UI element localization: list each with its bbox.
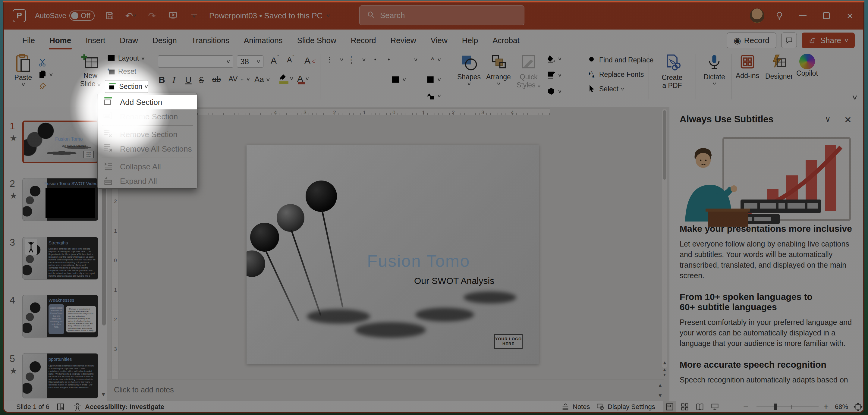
format-painter-button[interactable] [38, 82, 47, 91]
editor-vertical-scrollbar[interactable] [662, 109, 667, 368]
zoom-in-button[interactable]: + [824, 401, 829, 413]
font-name-combobox[interactable]: ∨ [158, 56, 233, 67]
autosave-switch[interactable]: Off [69, 10, 95, 21]
tab-design[interactable]: Design [145, 30, 184, 51]
numbering-button[interactable]: 123 ∨ [350, 55, 366, 64]
powerpoint-logo-icon[interactable]: P [13, 9, 26, 22]
reset-button[interactable]: Reset [107, 67, 136, 76]
zoom-level[interactable]: 68% [835, 401, 848, 413]
shape-effects-button[interactable]: ∨ [547, 87, 561, 96]
collapse-ribbon-icon[interactable]: ∨ [851, 93, 858, 101]
slide-sorter-view-button[interactable] [678, 401, 691, 413]
thumbnail-slide-2[interactable]: Fusion Tomo SWOT Video [22, 178, 98, 221]
addins-button[interactable]: Add-ins [734, 54, 761, 80]
zoom-out-button[interactable]: − [743, 401, 749, 413]
layout-button[interactable]: Layout ∨ [107, 54, 145, 63]
font-size-combobox[interactable]: 38 ∨ [237, 56, 264, 67]
share-button[interactable]: Share ∨ [802, 33, 855, 48]
slide-subtitle-text[interactable]: Our SWOT Analysis [414, 276, 494, 286]
lightbulb-tips-icon[interactable] [771, 7, 788, 24]
align-center-button[interactable] [342, 75, 352, 85]
select-button[interactable]: Select ∨ [588, 85, 624, 93]
paste-button[interactable]: Paste ∨ [10, 54, 36, 87]
reading-view-button[interactable] [693, 401, 707, 413]
underline-button[interactable]: U [185, 75, 192, 85]
notes-scroll-down-icon[interactable]: ▼ [658, 393, 662, 399]
tab-home[interactable]: Home [42, 30, 79, 51]
menu-item-add-section[interactable]: Add Section [98, 95, 197, 109]
bullets-button[interactable]: ∨ [328, 55, 343, 64]
save-icon[interactable] [104, 10, 116, 22]
align-text-button[interactable]: ∨ [426, 75, 441, 85]
minimize-button[interactable] [795, 7, 811, 24]
tab-insert[interactable]: Insert [79, 30, 113, 51]
thumbnail-slide-1[interactable]: Fusion Tomo Our SWOT Analysis YOUR LOGO … [22, 121, 98, 163]
next-slide-icon[interactable]: ▼ [662, 373, 667, 377]
thumbnail-slide-3[interactable]: Strengths Strengths: attributes of Fusio… [22, 237, 98, 280]
search-bar[interactable] [359, 5, 524, 25]
align-right-button[interactable] [357, 75, 367, 85]
undo-icon[interactable]: ↶∨ [125, 10, 137, 22]
tab-record[interactable]: Record [344, 30, 383, 51]
previous-slide-icon[interactable]: ▲ [662, 367, 667, 372]
thumbnail-slide-5[interactable]: pportunities Opportunities: external con… [22, 353, 98, 398]
autosave-toggle[interactable]: AutoSave Off [35, 10, 95, 21]
tab-slide-show[interactable]: Slide Show [290, 30, 344, 51]
record-button[interactable]: ◉ Record [727, 33, 776, 48]
tab-help[interactable]: Help [455, 30, 485, 51]
tab-animations[interactable]: Animations [237, 30, 290, 51]
tab-acrobat[interactable]: Acrobat [485, 30, 527, 51]
arrange-button[interactable]: Arrange ∨ [485, 54, 513, 87]
columns-button[interactable]: ∨ [391, 75, 406, 85]
user-avatar[interactable] [750, 8, 764, 23]
copilot-button[interactable]: Copilot [794, 54, 820, 77]
thumbnail-slide-4[interactable]: Weaknesses Weaknesses: attributes of Fus… [22, 295, 98, 338]
shapes-button[interactable]: Shapes ∨ [455, 54, 483, 87]
new-slide-button[interactable]: New Slide ∨ [76, 54, 104, 88]
zoom-knob[interactable] [774, 404, 777, 410]
character-spacing-button[interactable]: AV↔∨ [228, 75, 250, 83]
slideshow-view-button[interactable] [708, 401, 721, 413]
convert-to-smartart-button[interactable]: ∨ [426, 91, 441, 101]
text-direction-button[interactable]: A ∨ [426, 55, 441, 64]
spell-check-icon[interactable] [56, 401, 65, 413]
section-button[interactable]: Section ∨ [105, 80, 148, 93]
notes-pane[interactable]: Click to add notes ▲ ▼ [107, 379, 664, 401]
redo-icon[interactable]: ↷ [146, 10, 158, 22]
clear-formatting-button[interactable]: A [304, 56, 316, 66]
panel-close-icon[interactable]: ✕ [844, 115, 852, 125]
decrease-font-size-button[interactable]: Aˇ [287, 56, 296, 64]
line-spacing-button[interactable]: ∨ [402, 55, 417, 64]
align-left-button[interactable] [328, 75, 338, 85]
tab-file[interactable]: File [15, 30, 42, 51]
increase-indent-button[interactable] [387, 55, 397, 64]
panel-chevron-down-icon[interactable]: ∨ [825, 115, 831, 124]
font-color-button[interactable]: A ∨ [297, 73, 309, 84]
slide-indicator[interactable]: Slide 1 of 6 [16, 401, 50, 413]
create-pdf-button[interactable]: Create a PDF [654, 54, 690, 90]
customize-quick-access-icon[interactable]: ∨ [188, 10, 200, 22]
normal-view-button[interactable] [663, 401, 676, 413]
tab-review[interactable]: Review [383, 30, 424, 51]
justify-button[interactable] [371, 75, 381, 85]
display-settings-button[interactable]: Display Settings [596, 401, 655, 413]
tab-transitions[interactable]: Transitions [184, 30, 237, 51]
notes-scroll-up-icon[interactable]: ▲ [658, 382, 662, 388]
cut-button[interactable] [38, 58, 47, 67]
slide-title-text[interactable]: Fusion Tomo [367, 251, 470, 270]
replace-fonts-button[interactable]: AA Replace Fonts [588, 70, 644, 79]
accessibility-status[interactable]: Accessibility: Investigate [73, 401, 164, 413]
shape-outline-button[interactable]: ∨ [547, 70, 561, 79]
quick-styles-button[interactable]: Quick Styles ∨ [514, 54, 543, 89]
notes-placeholder[interactable]: Click to add notes [114, 385, 174, 394]
fit-slide-to-window-button[interactable] [854, 401, 863, 413]
shape-fill-button[interactable]: ∨ [547, 54, 561, 63]
start-slideshow-icon[interactable] [167, 10, 179, 22]
scroll-up-icon[interactable]: ▲ [662, 360, 667, 366]
bold-button[interactable]: B [158, 75, 165, 85]
tab-draw[interactable]: Draw [113, 30, 145, 51]
tab-view[interactable]: View [424, 30, 455, 51]
notes-toggle[interactable]: Notes [561, 401, 590, 413]
slide-canvas[interactable]: Fusion Tomo Our SWOT Analysis YOUR LOGO … [247, 145, 539, 364]
italic-button[interactable]: I [173, 75, 176, 85]
